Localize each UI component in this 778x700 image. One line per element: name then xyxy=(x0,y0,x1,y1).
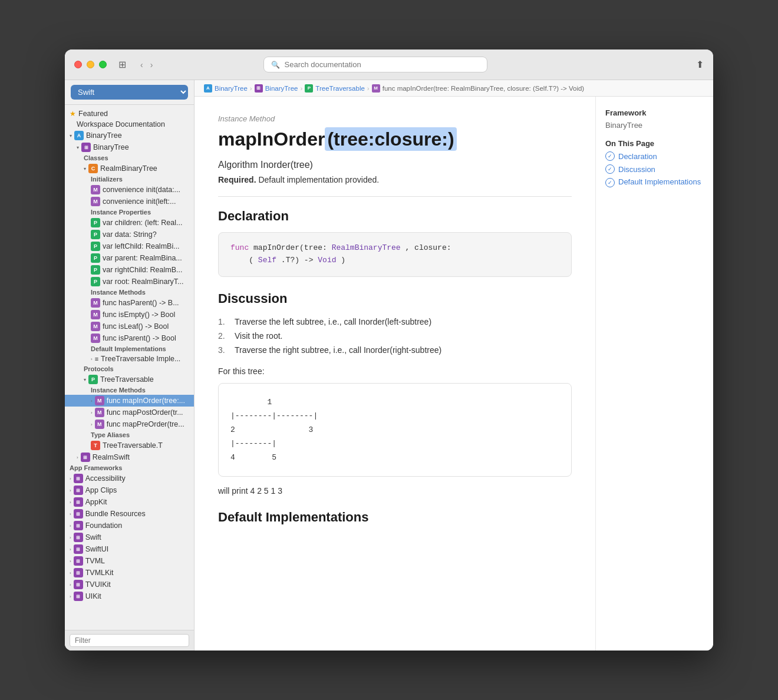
sidebar-item-prop-children[interactable]: P var children: (left: Real... xyxy=(65,217,194,229)
right-panel: Framework BinaryTree On This Page ✓ Decl… xyxy=(595,97,713,651)
sidebar-section-default-impl: Default Implementations xyxy=(65,344,194,354)
sidebar-toggle[interactable]: ⊞ xyxy=(118,59,126,70)
circle-check-icon: ✓ xyxy=(605,164,615,174)
sidebar-item-label: Featured xyxy=(78,110,108,118)
code-type-void: Void xyxy=(318,256,336,265)
share-button[interactable]: ⬆ xyxy=(696,59,704,70)
sidebar-item-label: var leftChild: RealmBi... xyxy=(103,242,180,250)
titlebar: ⊞ ‹ › 🔍 ⬆ xyxy=(65,49,713,80)
language-selector-container: Swift Objective-C xyxy=(65,80,194,105)
sidebar-item-tvmlkit[interactable]: › ⊞ TVMLKit xyxy=(65,567,194,579)
instance-method-label: Instance Method xyxy=(218,114,572,123)
item-text: Visit the root. xyxy=(235,331,282,341)
discussion-title: Discussion xyxy=(218,291,572,306)
algorithm-name: Algorithm Inorder(tree) xyxy=(218,160,572,170)
sidebar-item-method-hasparent[interactable]: M func hasParent() -> B... xyxy=(65,297,194,309)
badge-p: P xyxy=(91,242,100,251)
expand-icon: › xyxy=(91,398,93,404)
filter-input[interactable] xyxy=(70,634,189,647)
default-impl-text: Default implementation provided. xyxy=(258,175,379,184)
badge-p: P xyxy=(91,277,100,286)
sidebar-item-bundle-resources[interactable]: › ⊞ Bundle Resources xyxy=(65,508,194,520)
sidebar-item-method-mapinorder[interactable]: › M func mapInOrder(tree:... xyxy=(65,395,194,407)
sidebar-item-app-clips[interactable]: › ⊞ App Clips xyxy=(65,484,194,496)
discussion-link[interactable]: ✓ Discussion xyxy=(605,164,704,174)
badge-grid: ⊞ xyxy=(74,521,83,530)
sidebar-item-method-mappostorder[interactable]: › M func mapPostOrder(tr... xyxy=(65,407,194,418)
sidebar-item-label: TVML xyxy=(85,557,105,565)
sidebar-item-prop-root[interactable]: P var root: RealmBinaryT... xyxy=(65,276,194,288)
sidebar-item-label: RealmSwift xyxy=(93,453,130,461)
sidebar-item-binarytree-root[interactable]: ▾ A BinaryTree xyxy=(65,130,194,141)
framework-label: Framework xyxy=(605,108,704,117)
breadcrumb-treetraversable[interactable]: TreeTraversable xyxy=(315,85,365,92)
close-button[interactable] xyxy=(74,61,82,68)
required-text: Required. Default implementation provide… xyxy=(218,175,572,184)
sidebar-item-prop-rightchild[interactable]: P var rightChild: RealmB... xyxy=(65,264,194,276)
code-indent: ( xyxy=(230,256,253,265)
sidebar-item-init-data[interactable]: M convenience init(data:... xyxy=(65,184,194,196)
language-select[interactable]: Swift Objective-C xyxy=(71,85,188,100)
sidebar-item-swift[interactable]: › ⊞ Swift xyxy=(65,531,194,543)
breadcrumb-badge-m: M xyxy=(372,84,380,93)
required-label: Required. xyxy=(218,175,256,184)
sidebar-item-tvml[interactable]: › ⊞ TVML xyxy=(65,555,194,567)
sidebar-item-swiftui[interactable]: › ⊞ SwiftUI xyxy=(65,543,194,555)
expand-icon: › xyxy=(70,594,71,599)
breadcrumb-binarytree1[interactable]: BinaryTree xyxy=(215,85,248,92)
breadcrumb-badge-p: P xyxy=(305,84,313,93)
sidebar-item-accessibility[interactable]: › ⊞ Accessibility xyxy=(65,473,194,484)
section-header-label: Default Implementations xyxy=(91,345,166,352)
tree-line-1: 1 xyxy=(230,395,559,409)
badge-list: ≡ xyxy=(95,355,98,362)
sidebar-item-label: Swift xyxy=(85,533,101,541)
default-implementations-link[interactable]: ✓ Default Implementations xyxy=(605,177,704,187)
expand-icon: › xyxy=(70,500,71,505)
sidebar-item-label: convenience init(data:... xyxy=(103,186,180,194)
sidebar-item-label: var rightChild: RealmB... xyxy=(103,266,182,274)
sidebar-item-workspace[interactable]: Workspace Documentation xyxy=(65,119,194,130)
badge-p: P xyxy=(88,375,98,384)
item-num: 3. xyxy=(218,345,230,355)
sidebar-item-prop-parent[interactable]: P var parent: RealmBina... xyxy=(65,252,194,264)
sidebar-item-uikit[interactable]: › ⊞ UIKit xyxy=(65,590,194,602)
breadcrumb-binarytree2[interactable]: BinaryTree xyxy=(265,85,298,92)
forward-button[interactable]: › xyxy=(148,59,156,71)
sidebar-item-treetraversable[interactable]: ▾ P TreeTraversable xyxy=(65,374,194,385)
sidebar-item-featured[interactable]: ★ Featured xyxy=(65,108,194,119)
minimize-button[interactable] xyxy=(87,61,94,68)
will-print: will print 4 2 5 1 3 xyxy=(218,486,572,496)
sidebar-item-init-left[interactable]: M convenience init(left:... xyxy=(65,196,194,207)
sidebar-item-method-isleaf[interactable]: M func isLeaf() -> Bool xyxy=(65,321,194,332)
sidebar-item-realmswift[interactable]: › ⊞ RealmSwift xyxy=(65,451,194,463)
default-impl-link-label: Default Implementations xyxy=(618,177,701,186)
item-text: Traverse the right subtree, i.e., call I… xyxy=(235,345,441,355)
declaration-link[interactable]: ✓ Declaration xyxy=(605,151,704,161)
sidebar-item-treetraversable-impl[interactable]: › ≡ TreeTraversable Imple... xyxy=(65,354,194,364)
breadcrumb-badge-a: A xyxy=(204,84,212,93)
expand-icon: › xyxy=(70,523,71,529)
sidebar-item-realmbinarytree[interactable]: ▾ C RealmBinaryTree xyxy=(65,163,194,174)
badge-grid: ⊞ xyxy=(81,143,91,152)
sidebar-item-method-isparent[interactable]: M func isParent() -> Bool xyxy=(65,332,194,344)
sidebar-item-method-mappreorder[interactable]: › M func mapPreOrder(tre... xyxy=(65,418,194,430)
sidebar-item-foundation[interactable]: › ⊞ Foundation xyxy=(65,520,194,531)
sidebar-item-binarytree-sub[interactable]: ▾ ⊞ BinaryTree xyxy=(65,141,194,153)
sidebar-item-appkit[interactable]: › ⊞ AppKit xyxy=(65,496,194,508)
sidebar-section-instance-methods: Instance Methods xyxy=(65,288,194,297)
sidebar-item-treetraversable-t[interactable]: T TreeTraversable.T xyxy=(65,440,194,451)
sidebar-item-prop-leftchild[interactable]: P var leftChild: RealmBi... xyxy=(65,240,194,252)
sidebar-item-tvuikit[interactable]: › ⊞ TVUIKit xyxy=(65,579,194,590)
back-button[interactable]: ‹ xyxy=(138,59,146,71)
badge-m: M xyxy=(91,298,100,308)
item-num: 1. xyxy=(218,317,230,326)
fullscreen-button[interactable] xyxy=(99,61,107,68)
search-input[interactable] xyxy=(285,60,480,69)
sidebar-item-method-isempty[interactable]: M func isEmpty() -> Bool xyxy=(65,309,194,321)
tree-diagram: 1 |--------|--------| 2 3 |--------| 4 5 xyxy=(218,383,572,477)
sidebar-item-label: RealmBinaryTree xyxy=(100,164,157,173)
search-bar[interactable]: 🔍 xyxy=(263,57,487,72)
sidebar-section-instance-methods-tt: Instance Methods xyxy=(65,385,194,395)
sidebar-item-prop-data[interactable]: P var data: String? xyxy=(65,229,194,240)
sidebar-item-label: func isLeaf() -> Bool xyxy=(103,322,169,331)
